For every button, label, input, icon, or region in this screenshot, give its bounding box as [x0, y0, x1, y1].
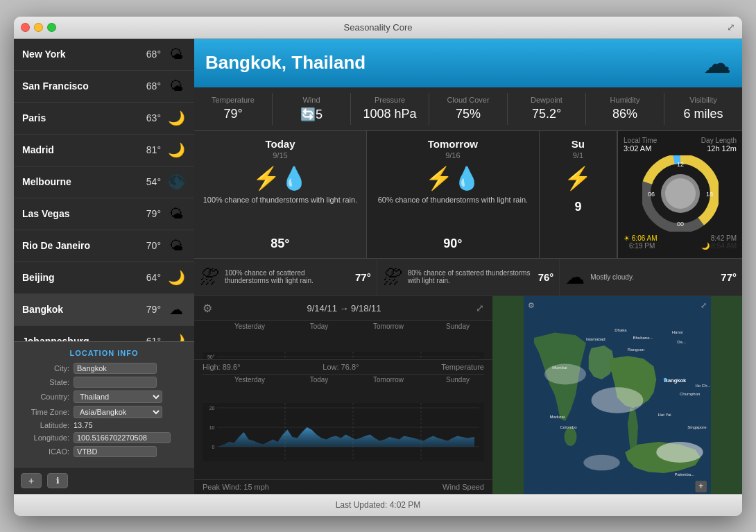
- svg-text:Mumbai: Mumbai: [552, 366, 567, 370]
- wind-day-sunday: Sunday: [423, 376, 492, 384]
- today-date: 9/15: [273, 151, 287, 160]
- city-input[interactable]: [74, 363, 157, 374]
- svg-text:0: 0: [212, 444, 215, 449]
- city-weather-icon: 🌙: [166, 333, 186, 341]
- wind-day-yesterday: Yesterday: [215, 376, 284, 384]
- wind-speed-label: Wind Speed: [443, 483, 484, 491]
- sidebar-city-item[interactable]: Melbourne 54° 🌑: [14, 166, 194, 198]
- maximize-button[interactable]: [47, 23, 56, 32]
- forecast-row: Today 9/15 ⚡💧 100% chance of thunderstor…: [194, 131, 742, 259]
- city-name: San Francisco: [22, 80, 146, 92]
- sunset-section: 8:42 PM 🌙 8:54 AM: [701, 234, 737, 250]
- day-label-tomorrow: Tomorrow: [354, 323, 423, 330]
- sunday-date: 9/1: [573, 151, 583, 160]
- stat-label: Pressure: [356, 96, 423, 104]
- bottom-desc-2: 80% chance of scattered thunderstorms wi…: [408, 269, 533, 284]
- svg-text:Rangoon: Rangoon: [628, 347, 644, 351]
- sidebar-city-item[interactable]: Las Vegas 79° 🌤: [14, 198, 194, 230]
- forecast-sunday: Su 9/1 ⚡ 9: [540, 131, 617, 258]
- city-title: Bangkok, Thailand: [205, 52, 366, 74]
- local-time-section: Local Time 3:02 AM: [624, 137, 657, 153]
- timezone-label: Time Zone:: [21, 408, 69, 416]
- longitude-input[interactable]: [74, 432, 171, 443]
- zoom-icon[interactable]: ⤢: [727, 22, 735, 33]
- icao-input[interactable]: [74, 446, 157, 457]
- svg-text:Bhubane...: Bhubane...: [633, 335, 653, 339]
- window-controls[interactable]: [21, 23, 56, 32]
- city-name: Las Vegas: [22, 208, 146, 219]
- bottom-forecast-strip: ⛈ 100% chance of scattered thunderstorms…: [194, 259, 742, 296]
- stat-value: 79°: [200, 107, 266, 121]
- expand-icon[interactable]: ⤢: [476, 302, 484, 314]
- svg-text:10: 10: [209, 424, 215, 429]
- middle-content: ⚙ 9/14/11 → 9/18/11 ⤢ Yesterday Today To…: [194, 296, 742, 494]
- city-weather-icon: 🌤: [166, 206, 186, 222]
- sidebar-city-item[interactable]: Bangkok 79° ☁: [14, 294, 194, 326]
- country-select[interactable]: Thailand: [74, 391, 162, 403]
- city-name: Paris: [22, 112, 146, 123]
- stat-item: Temperature 79°: [194, 93, 273, 125]
- map-section: Mumbai Islamabad Dhaka Bhubane... Rangoo…: [492, 296, 742, 494]
- city-name: Rio De Janeiro: [22, 240, 146, 251]
- state-label: State:: [21, 378, 69, 386]
- sidebar-city-item[interactable]: Rio De Janeiro 70° 🌤: [14, 230, 194, 262]
- bottom-forecast-2: ⛈ 80% chance of scattered thunderstorms …: [377, 259, 560, 295]
- settings-icon[interactable]: ⚙: [203, 302, 212, 315]
- bottom-icon-3: ☁: [565, 266, 585, 289]
- svg-text:Ho Ch...: Ho Ch...: [696, 384, 711, 388]
- state-input[interactable]: [74, 377, 157, 388]
- timezone-row: Time Zone: Asia/Bangkok: [21, 406, 187, 418]
- clock-dial: 12 18 00 06: [642, 155, 719, 232]
- city-temperature: 70°: [146, 240, 161, 251]
- timezone-select[interactable]: Asia/Bangkok: [74, 406, 162, 418]
- svg-rect-21: [203, 403, 484, 461]
- city-weather-icon: 🌙: [166, 269, 186, 286]
- temp-chart: 90° 80° 70°: [203, 337, 484, 359]
- svg-text:18: 18: [706, 191, 713, 198]
- forecast-today: Today 9/15 ⚡💧 100% chance of thunderstor…: [194, 131, 367, 258]
- city-weather-icon: 🌤: [166, 78, 186, 94]
- sidebar-city-item[interactable]: New York 68° 🌤: [14, 39, 194, 71]
- svg-text:00: 00: [677, 221, 684, 228]
- sidebar-city-item[interactable]: San Francisco 68° 🌤: [14, 71, 194, 103]
- minimize-button[interactable]: [34, 23, 43, 32]
- bottom-desc-3: Mostly cloudy.: [590, 273, 715, 281]
- wind-chart-footer: Peak Wind: 15 mph Wind Speed: [194, 479, 492, 494]
- bottom-forecast-1: ⛈ 100% chance of scattered thunderstorms…: [194, 259, 377, 295]
- city-name: Bangkok: [22, 304, 146, 315]
- bottom-desc-1: 100% chance of scattered thunderstorms w…: [225, 269, 350, 284]
- sidebar-city-item[interactable]: Madrid 81° 🌙: [14, 135, 194, 166]
- bottom-icon-1: ⛈: [200, 266, 219, 289]
- icao-label: ICAO:: [21, 447, 69, 456]
- stat-item: Dewpoint 75.2°: [508, 93, 586, 125]
- map-svg: Mumbai Islamabad Dhaka Bhubane... Rangoo…: [492, 296, 742, 494]
- chart-day-labels: Yesterday Today Tomorrow Sunday: [194, 321, 492, 332]
- content-area: Bangkok, Thailand ☁ Temperature 79° Wind…: [194, 39, 742, 494]
- stat-item: Visibility 6 miles: [664, 93, 742, 125]
- add-city-button[interactable]: +: [21, 473, 42, 488]
- sidebar-city-item[interactable]: Paris 63° 🌙: [14, 103, 194, 135]
- sidebar-bottom: + ℹ: [14, 467, 194, 494]
- stat-label: Temperature: [200, 96, 266, 104]
- city-name: Melbourne: [22, 176, 146, 187]
- info-button[interactable]: ℹ: [47, 473, 68, 488]
- sunday-temp: 9: [574, 200, 581, 214]
- city-temperature: 64°: [146, 272, 161, 283]
- sidebar-city-item[interactable]: Johannesburg 61° 🌙: [14, 326, 194, 341]
- svg-text:90°: 90°: [207, 354, 215, 359]
- statusbar-text: Last Updated: 4:02 PM: [336, 500, 421, 510]
- svg-text:20: 20: [209, 405, 215, 410]
- temp-label: Temperature: [441, 363, 484, 371]
- city-name: Johannesburg: [22, 336, 146, 341]
- svg-rect-9: [203, 352, 484, 359]
- wind-peak-label: Peak Wind: 15 mph: [203, 483, 269, 491]
- sidebar-city-item[interactable]: Beijing 64° 🌙: [14, 262, 194, 294]
- civil-end: 8:54 AM: [711, 242, 737, 250]
- svg-point-42: [583, 454, 620, 470]
- tomorrow-desc: 60% chance of thunderstorms with light r…: [378, 196, 528, 232]
- stat-value: 86%: [592, 107, 658, 121]
- close-button[interactable]: [21, 23, 30, 32]
- city-weather-icon: ☁: [166, 301, 186, 318]
- bottom-temp-2: 76°: [538, 271, 554, 283]
- icao-row: ICAO:: [21, 446, 187, 457]
